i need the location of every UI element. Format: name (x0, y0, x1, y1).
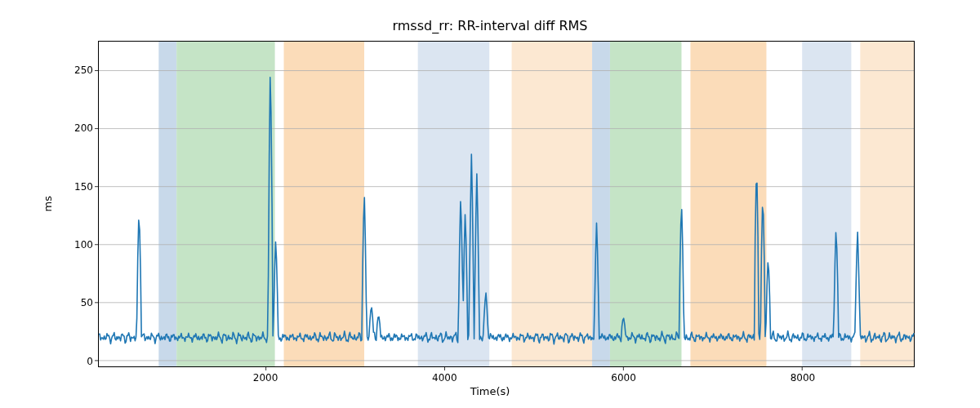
x-tick-label: 6000 (611, 372, 636, 384)
span (284, 42, 364, 366)
span (176, 42, 274, 366)
span (860, 42, 914, 366)
y-tick-label: 200 (60, 122, 93, 134)
y-axis-label: ms (42, 0, 54, 408)
chart-title: rmssd_rr: RR-interval diff RMS (0, 18, 980, 33)
figure: rmssd_rr: RR-interval diff RMS ms Time(s… (0, 0, 980, 408)
plot-svg (99, 42, 914, 366)
x-axis-label: Time(s) (0, 385, 980, 397)
y-tick-label: 0 (60, 356, 93, 367)
x-tick-marks (266, 366, 803, 370)
y-tick-label: 250 (60, 64, 93, 76)
span (512, 42, 592, 366)
x-tick-label: 4000 (432, 372, 457, 384)
x-tick-label: 8000 (791, 372, 816, 384)
span (158, 42, 176, 366)
y-tick-marks (95, 71, 99, 361)
y-tick-label: 150 (60, 181, 93, 193)
y-tick-label: 100 (60, 239, 93, 251)
span (610, 42, 682, 366)
y-tick-label: 50 (60, 297, 93, 308)
x-tick-label: 2000 (253, 372, 278, 384)
span (802, 42, 851, 366)
axes (98, 41, 915, 367)
